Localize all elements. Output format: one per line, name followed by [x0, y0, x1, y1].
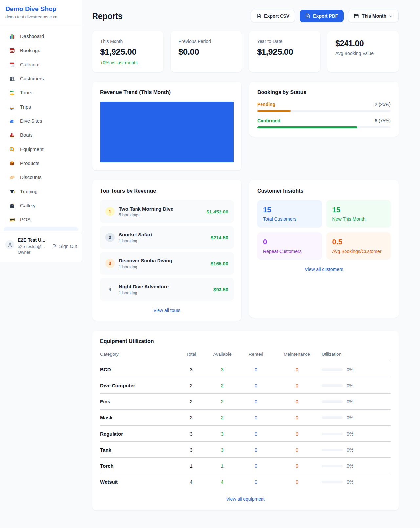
tour-row: 4Night Dive Adventure1 booking$93.50	[100, 278, 234, 301]
rank-badge: 4	[105, 285, 115, 294]
equipment-utilization: 0%	[322, 394, 391, 410]
sidebar-item-tours[interactable]: Tours	[4, 86, 78, 100]
column-header-utilization: Utilization	[322, 349, 391, 361]
period-select[interactable]: This Month	[348, 10, 399, 22]
discounts-icon	[9, 174, 15, 180]
user-info: E2E Test U... e2e-tester@... Owner	[18, 237, 49, 255]
equipment-utilization: 0%	[322, 410, 391, 426]
sidebar-item-pos[interactable]: POS	[4, 213, 78, 227]
insight-value: 15	[263, 206, 316, 214]
tour-name: Snorkel Safari	[119, 232, 206, 237]
table-row: Mask22000%	[100, 410, 391, 426]
status-label: Confirmed	[257, 118, 280, 123]
user-email: e2e-tester@...	[18, 244, 49, 250]
sidebar-item-dive-sites[interactable]: Dive Sites	[4, 114, 78, 128]
sidebar-item-customers[interactable]: Customers	[4, 71, 78, 86]
sidebar-item-label: Calendar	[20, 62, 40, 67]
equipment-utilization: 0%	[322, 377, 391, 394]
equipment-total: 2	[177, 410, 205, 426]
sign-out-label: Sign Out	[59, 244, 77, 249]
sidebar-item-label: Trips	[20, 104, 31, 110]
utilization-bar	[322, 481, 343, 483]
top-tours-title: Top Tours by Revenue	[100, 188, 234, 194]
sidebar-item-discounts[interactable]: Discounts	[4, 170, 78, 184]
equipment-category: Torch	[100, 458, 177, 474]
tour-revenue: $1,452.00	[206, 209, 228, 214]
equipment-rented: 0	[240, 474, 272, 490]
brand: Demo Dive Shop demo.test.divestreams.com	[0, 0, 82, 24]
sidebar-item-products[interactable]: Products	[4, 156, 78, 170]
equipment-available: 2	[205, 394, 240, 410]
insight-tile-new-this-month: 15New This Month	[326, 200, 391, 228]
tour-name: Discover Scuba Diving	[119, 258, 206, 263]
utilization-percent: 0%	[347, 383, 353, 388]
boats-icon	[9, 132, 15, 138]
tour-name: Night Dive Adventure	[119, 284, 209, 289]
insight-tile-avg-bookings-customer: 0.5Avg Bookings/Customer	[326, 232, 391, 260]
revenue-trend-chart	[100, 102, 234, 162]
equipment-utilization: 0%	[322, 458, 391, 474]
tour-bookings: 1 booking	[119, 264, 206, 269]
view-all-tours-link[interactable]: View all tours	[100, 308, 234, 313]
export-csv-label: Export CSV	[264, 13, 289, 19]
tour-name: Two Tank Morning Dive	[119, 206, 202, 212]
table-row: Fins22000%	[100, 394, 391, 410]
column-header-category: Category	[100, 349, 177, 361]
insight-label: New This Month	[332, 216, 385, 222]
equipment-rented: 0	[240, 426, 272, 442]
equipment-rented: 0	[240, 394, 272, 410]
bookings-by-status-card: Bookings by Status Pending2 (25%)Confirm…	[249, 82, 399, 137]
equipment-total: 4	[177, 474, 205, 490]
equipment-utilization-card: Equipment Utilization CategoryTotalAvail…	[92, 331, 399, 510]
customers-icon	[9, 76, 15, 82]
sidebar-item-equipment[interactable]: Equipment	[4, 142, 78, 156]
sidebar-item-gallery[interactable]: Gallery	[4, 198, 78, 213]
table-row: Tank33000%	[100, 442, 391, 458]
equipment-available: 3	[205, 426, 240, 442]
sidebar-item-trips[interactable]: Trips	[4, 100, 78, 114]
equipment-utilization: 0%	[322, 442, 391, 458]
view-all-equipment-link[interactable]: View all equipment	[100, 497, 391, 502]
tour-bookings: 1 booking	[119, 238, 206, 243]
page-title: Reports	[92, 11, 122, 21]
equipment-available: 2	[205, 410, 240, 426]
sidebar-item-bookings[interactable]: 17Bookings	[4, 43, 78, 57]
equipment-maintenance: 0	[272, 474, 322, 490]
sidebar-item-reports-partial[interactable]	[4, 227, 78, 231]
tour-revenue: $93.50	[213, 287, 228, 292]
export-csv-button[interactable]: Export CSV	[251, 10, 295, 22]
sidebar-item-label: Products	[20, 160, 39, 166]
tour-row: 2Snorkel Safari1 booking$214.50	[100, 226, 234, 249]
export-pdf-button[interactable]: Export PDF	[300, 10, 344, 22]
utilization-bar	[322, 400, 343, 403]
sign-out-button[interactable]: Sign Out	[52, 244, 77, 249]
view-all-customers-link[interactable]: View all customers	[257, 267, 391, 272]
equipment-table-header: CategoryTotalAvailableRentedMaintenanceU…	[100, 349, 391, 361]
stat-value: $1,925.00	[100, 47, 156, 57]
file-download-icon	[305, 13, 310, 19]
equipment-total: 2	[177, 394, 205, 410]
sign-out-icon	[52, 244, 57, 249]
insight-label: Total Customers	[263, 216, 316, 222]
utilization-bar	[322, 449, 343, 451]
equipment-total: 1	[177, 458, 205, 474]
stat-value: $241.00	[335, 39, 391, 48]
training-icon	[9, 189, 15, 194]
sidebar-item-calendar[interactable]: Calendar	[4, 57, 78, 71]
status-rows: Pending2 (25%)Confirmed6 (75%)	[257, 102, 391, 128]
sidebar-item-dashboard[interactable]: Dashboard	[4, 29, 78, 43]
column-header-total: Total	[177, 349, 205, 361]
shop-name: Demo Dive Shop	[5, 5, 76, 13]
tour-revenue: $214.50	[211, 235, 228, 240]
equipment-available: 3	[205, 361, 240, 377]
utilization-percent: 0%	[347, 447, 353, 453]
stat-value: $1,925.00	[257, 47, 312, 57]
chevron-down-icon	[389, 14, 393, 18]
insight-tiles: 15Total Customers15New This Month0Repeat…	[257, 200, 391, 260]
sidebar-item-training[interactable]: Training	[4, 184, 78, 198]
sidebar-item-boats[interactable]: Boats	[4, 128, 78, 142]
bookings-icon: 17	[9, 48, 15, 53]
sidebar-item-label: POS	[20, 217, 31, 222]
person-icon	[7, 242, 13, 247]
tour-bookings: 5 bookings	[119, 213, 202, 217]
